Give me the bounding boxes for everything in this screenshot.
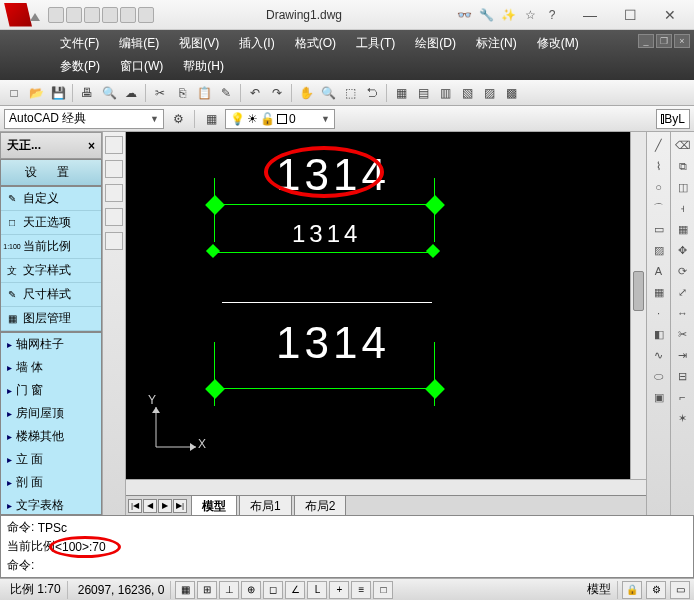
hatch-icon[interactable]: ▨ (650, 241, 668, 259)
preview-icon[interactable]: 🔍 (99, 83, 119, 103)
workspace-combo[interactable]: AutoCAD 经典 ▼ (4, 109, 164, 129)
tab-prev-button[interactable]: ◀ (143, 499, 157, 513)
cat-door[interactable]: 门 窗 (1, 379, 101, 402)
menu-modify[interactable]: 修改(M) (527, 32, 589, 55)
menu-file[interactable]: 文件(F) (50, 32, 109, 55)
stretch-icon[interactable]: ↔ (674, 304, 692, 322)
mirror-icon[interactable]: ◫ (674, 178, 692, 196)
block-icon[interactable]: ▣ (650, 388, 668, 406)
tab-layout2[interactable]: 布局2 (294, 495, 347, 516)
copy-icon[interactable]: ⎘ (172, 83, 192, 103)
polyline-icon[interactable]: ⌇ (650, 157, 668, 175)
close-icon[interactable]: × (88, 139, 95, 153)
cmd-prompt[interactable]: 命令: (7, 556, 687, 575)
properties-icon[interactable]: ▦ (391, 83, 411, 103)
move-icon[interactable]: ✥ (674, 241, 692, 259)
cat-axis[interactable]: 轴网柱子 (1, 333, 101, 356)
line-icon[interactable]: ╱ (650, 136, 668, 154)
vertical-scrollbar[interactable] (630, 132, 646, 479)
text-icon[interactable]: A (650, 262, 668, 280)
panel-item-custom[interactable]: ✎自定义 (1, 187, 101, 211)
tz-panel-title[interactable]: 天正... × (0, 132, 102, 159)
cat-section[interactable]: 剖 面 (1, 471, 101, 494)
circle-icon[interactable]: ○ (650, 178, 668, 196)
menu-edit[interactable]: 编辑(E) (109, 32, 169, 55)
extend-icon[interactable]: ⇥ (674, 346, 692, 364)
grid-toggle[interactable]: ⊞ (197, 581, 217, 599)
settings-header[interactable]: 设 置 (0, 159, 102, 186)
tool-palette-icon[interactable]: ▥ (435, 83, 455, 103)
menu-tools[interactable]: 工具(T) (346, 32, 405, 55)
explode-icon[interactable]: ✶ (674, 409, 692, 427)
cat-text[interactable]: 文字表格 (1, 494, 101, 515)
qat-redo-icon[interactable] (120, 7, 136, 23)
zoom-prev-icon[interactable]: ⮌ (362, 83, 382, 103)
layer-combo[interactable]: 💡 ☀ 🔓 0 ▼ (225, 109, 335, 129)
design-center-icon[interactable]: ▤ (413, 83, 433, 103)
cat-wall[interactable]: 墙 体 (1, 356, 101, 379)
zoom-window-icon[interactable]: ⬚ (340, 83, 360, 103)
mdi-close-button[interactable]: × (674, 34, 690, 48)
zoom-icon[interactable]: 🔍 (318, 83, 338, 103)
layer-btn-5[interactable] (105, 232, 123, 250)
mdi-min-button[interactable]: _ (638, 34, 654, 48)
ducs-toggle[interactable]: L (307, 581, 327, 599)
match-icon[interactable]: ✎ (216, 83, 236, 103)
calc-icon[interactable]: ▩ (501, 83, 521, 103)
layer-prop-icon[interactable]: ▦ (201, 109, 221, 129)
menu-param[interactable]: 参数(P) (50, 55, 110, 78)
app-menu-dd-icon[interactable] (30, 13, 40, 21)
markup-icon[interactable]: ▨ (479, 83, 499, 103)
menu-format[interactable]: 格式(O) (285, 32, 346, 55)
status-model[interactable]: 模型 (581, 581, 618, 599)
tab-last-button[interactable]: ▶| (173, 499, 187, 513)
binoculars-icon[interactable]: 👓 (454, 5, 474, 25)
tab-layout1[interactable]: 布局1 (239, 495, 292, 516)
menu-insert[interactable]: 插入(I) (229, 32, 284, 55)
qat-save-icon[interactable] (84, 7, 100, 23)
cat-room[interactable]: 房间屋顶 (1, 402, 101, 425)
status-annoscale-icon[interactable]: 🔒 (622, 581, 642, 599)
osnap-toggle[interactable]: ◻ (263, 581, 283, 599)
star-icon[interactable]: ☆ (520, 5, 540, 25)
command-window[interactable]: 命令: TPSc 当前比例 <100>:70 命令: (0, 515, 694, 578)
open-icon[interactable]: 📂 (26, 83, 46, 103)
wrench-icon[interactable]: 🔧 (476, 5, 496, 25)
panel-item-textstyle[interactable]: 文文字样式 (1, 259, 101, 283)
pan-icon[interactable]: ✋ (296, 83, 316, 103)
menu-draw[interactable]: 绘图(D) (405, 32, 466, 55)
menu-window[interactable]: 窗口(W) (110, 55, 173, 78)
ellipse-icon[interactable]: ⬭ (650, 367, 668, 385)
scale-mod-icon[interactable]: ⤢ (674, 283, 692, 301)
redo-icon[interactable]: ↷ (267, 83, 287, 103)
qat-open-icon[interactable] (66, 7, 82, 23)
snap-toggle[interactable]: ▦ (175, 581, 195, 599)
panel-item-layermgr[interactable]: ▦图层管理 (1, 307, 101, 331)
qp-toggle[interactable]: □ (373, 581, 393, 599)
wand-icon[interactable]: ✨ (498, 5, 518, 25)
drawing-canvas[interactable]: 1314 1314 1314 (126, 132, 630, 479)
fillet-icon[interactable]: ⌐ (674, 388, 692, 406)
close-button[interactable]: ✕ (650, 1, 690, 29)
publish-icon[interactable]: ☁ (121, 83, 141, 103)
panel-item-dimstyle[interactable]: ✎尺寸样式 (1, 283, 101, 307)
polar-toggle[interactable]: ⊕ (241, 581, 261, 599)
workspace-settings-icon[interactable]: ⚙ (168, 109, 188, 129)
menu-dim[interactable]: 标注(N) (466, 32, 527, 55)
ortho-toggle[interactable]: ⊥ (219, 581, 239, 599)
new-icon[interactable]: □ (4, 83, 24, 103)
break-icon[interactable]: ⊟ (674, 367, 692, 385)
dyn-toggle[interactable]: + (329, 581, 349, 599)
mdi-restore-button[interactable]: ❐ (656, 34, 672, 48)
qat-new-icon[interactable] (48, 7, 64, 23)
sheet-set-icon[interactable]: ▧ (457, 83, 477, 103)
qat-print-icon[interactable] (138, 7, 154, 23)
cut-icon[interactable]: ✂ (150, 83, 170, 103)
minimize-button[interactable]: — (570, 1, 610, 29)
qat-undo-icon[interactable] (102, 7, 118, 23)
app-logo-icon[interactable] (4, 3, 32, 27)
status-clean-icon[interactable]: ▭ (670, 581, 690, 599)
scroll-thumb[interactable] (633, 271, 644, 311)
tab-first-button[interactable]: |◀ (128, 499, 142, 513)
table-icon[interactable]: ▦ (650, 283, 668, 301)
